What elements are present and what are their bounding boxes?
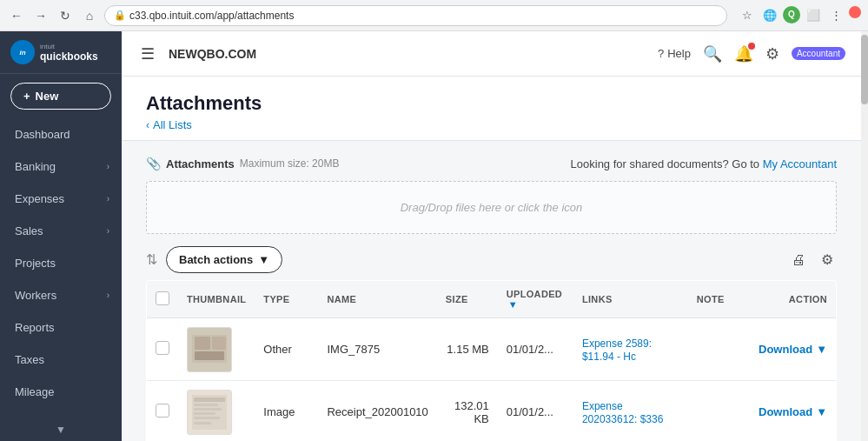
row2-checkbox[interactable] bbox=[156, 404, 169, 418]
row2-download-label: Download bbox=[759, 405, 812, 418]
sidebar-item-banking[interactable]: Banking › bbox=[0, 150, 122, 183]
sidebar-item-expenses[interactable]: Expenses › bbox=[0, 183, 122, 215]
batch-actions-button[interactable]: Batch actions ▼ bbox=[166, 246, 282, 273]
reload-button[interactable]: ↻ bbox=[56, 6, 75, 25]
url-bar[interactable]: 🔒 c33.qbo.intuit.com/app/attachments bbox=[104, 5, 727, 26]
nav-label-reports: Reports bbox=[15, 321, 55, 334]
sidebar-item-dashboard[interactable]: Dashboard bbox=[0, 118, 122, 150]
attachments-table: THUMBNAIL TYPE NAME SIZE UPLOADED ▼ LINK… bbox=[146, 280, 837, 441]
col-header-type: TYPE bbox=[255, 281, 318, 318]
row2-uploaded: 01/01/2... bbox=[507, 405, 553, 418]
scrollbar-thumb[interactable] bbox=[861, 35, 868, 104]
chevron-icon-workers: › bbox=[107, 291, 109, 300]
attachments-label-area: 📎 Attachments Maximum size: 20MB bbox=[146, 157, 339, 170]
sidebar-item-mileage[interactable]: Mileage bbox=[0, 376, 122, 408]
row2-check-cell bbox=[147, 381, 179, 442]
help-button[interactable]: ? Help bbox=[658, 47, 691, 60]
new-button[interactable]: + New bbox=[10, 83, 111, 110]
sidebar-item-projects[interactable]: Projects bbox=[0, 247, 122, 279]
row1-size-cell: 1.15 MB bbox=[437, 318, 498, 381]
row2-uploaded-cell: 01/01/2... bbox=[498, 381, 573, 442]
drop-zone-text: Drag/Drop files here or click the icon bbox=[401, 201, 583, 214]
row1-link[interactable]: Expense 2589: $11.94 - Hc bbox=[582, 337, 652, 363]
settings-table-button[interactable]: ⚙ bbox=[818, 248, 837, 271]
drop-zone[interactable]: Drag/Drop files here or click the icon bbox=[146, 181, 837, 234]
page-title: Attachments bbox=[146, 92, 837, 115]
app-container: in intuit quickbooks + New Dashboard Ban… bbox=[0, 31, 868, 441]
svg-rect-11 bbox=[194, 417, 220, 419]
col-header-uploaded[interactable]: UPLOADED ▼ bbox=[498, 281, 573, 318]
row2-download-button[interactable]: Download ▼ bbox=[759, 405, 827, 418]
notifications-button[interactable]: 🔔 bbox=[734, 44, 753, 63]
row2-thumbnail-img bbox=[188, 391, 231, 434]
table-row: Image Receipt_202001010 132.01 KB 01/01/… bbox=[147, 381, 837, 442]
nav-label-workers: Workers bbox=[15, 289, 56, 302]
row2-thumbnail bbox=[187, 390, 232, 435]
svg-rect-12 bbox=[194, 422, 211, 424]
row1-type: Other bbox=[263, 343, 292, 356]
sidebar-item-workers[interactable]: Workers › bbox=[0, 279, 122, 311]
row1-type-cell: Other bbox=[255, 318, 318, 381]
row1-download-button[interactable]: Download ▼ bbox=[759, 343, 827, 356]
header-checkbox[interactable] bbox=[156, 291, 169, 305]
sidebar-scroll-indicator: ▼ bbox=[0, 418, 122, 441]
forward-button[interactable]: → bbox=[31, 6, 50, 25]
print-button[interactable]: 🖨 bbox=[788, 249, 809, 271]
nav-label-dashboard: Dashboard bbox=[15, 128, 70, 141]
close-button[interactable] bbox=[849, 6, 861, 18]
col-header-action: ACTION bbox=[745, 281, 837, 318]
sidebar-item-taxes[interactable]: Taxes bbox=[0, 344, 122, 376]
row1-note-cell bbox=[688, 318, 745, 381]
company-name: NEWQBO.COM bbox=[169, 47, 647, 61]
home-button[interactable]: ⌂ bbox=[80, 6, 99, 25]
breadcrumb[interactable]: ‹ All Lists bbox=[146, 118, 837, 131]
row1-check-cell bbox=[147, 318, 179, 381]
qb-logo-icon: in bbox=[10, 40, 35, 64]
row1-thumbnail bbox=[187, 327, 232, 372]
top-nav-actions: ? Help 🔍 🔔 ⚙ Accountant bbox=[658, 44, 845, 63]
row1-name-cell: IMG_7875 bbox=[318, 318, 436, 381]
gear-icon: ⚙ bbox=[765, 45, 779, 63]
row1-uploaded: 01/01/2... bbox=[507, 343, 553, 356]
sidebar-nav: Dashboard Banking › Expenses › Sales › P… bbox=[0, 118, 122, 418]
svg-rect-3 bbox=[212, 337, 226, 350]
new-button-label: New bbox=[36, 90, 59, 103]
my-accountant-link[interactable]: My Accountant bbox=[763, 157, 837, 170]
hamburger-button[interactable]: ☰ bbox=[137, 41, 158, 67]
row2-link[interactable]: Expense 202033612: $336 bbox=[582, 400, 663, 425]
row1-thumbnail-cell bbox=[178, 318, 255, 381]
max-size-text: Maximum size: 20MB bbox=[240, 157, 340, 170]
col-header-note: NOTE bbox=[688, 281, 745, 318]
col-header-size: SIZE bbox=[437, 281, 498, 318]
svg-rect-7 bbox=[194, 398, 225, 402]
sort-icon[interactable]: ⇅ bbox=[146, 251, 157, 268]
settings-button[interactable]: ⚙ bbox=[765, 44, 779, 63]
looking-for-text: Looking for shared documents? Go to bbox=[571, 157, 760, 170]
logo-quickbooks: quickbooks bbox=[40, 50, 98, 63]
menu-button[interactable]: ⋮ bbox=[826, 6, 845, 25]
accountant-badge: Accountant bbox=[792, 47, 845, 60]
row2-note-cell bbox=[688, 381, 745, 442]
sidebar-item-reports[interactable]: Reports bbox=[0, 311, 122, 344]
extension1-button[interactable]: 🌐 bbox=[760, 6, 779, 25]
row1-download-chevron-icon: ▼ bbox=[816, 343, 827, 356]
row2-name: Receipt_202001010 bbox=[327, 405, 427, 418]
row2-size: 132.01 KB bbox=[454, 399, 489, 425]
breadcrumb-label: All Lists bbox=[153, 118, 192, 131]
screenshot-button[interactable]: ⬜ bbox=[804, 6, 823, 25]
search-button[interactable]: 🔍 bbox=[703, 44, 722, 63]
page-header: Attachments ‹ All Lists bbox=[122, 77, 861, 141]
bookmark-button[interactable]: ☆ bbox=[738, 6, 757, 25]
row1-checkbox[interactable] bbox=[156, 341, 169, 355]
chevron-icon-sales: › bbox=[107, 226, 109, 236]
row2-size-cell: 132.01 KB bbox=[437, 381, 498, 442]
svg-rect-8 bbox=[194, 404, 218, 406]
nav-label-taxes: Taxes bbox=[15, 353, 44, 366]
chevron-icon-banking: › bbox=[107, 162, 109, 171]
back-button[interactable]: ← bbox=[7, 6, 26, 25]
table-row: Other IMG_7875 1.15 MB 01/01/2... Expens bbox=[147, 318, 837, 381]
sidebar-item-sales[interactable]: Sales › bbox=[0, 215, 122, 247]
svg-rect-9 bbox=[194, 408, 222, 411]
row1-links-cell: Expense 2589: $11.94 - Hc bbox=[573, 318, 688, 381]
row2-type-cell: Image bbox=[255, 381, 318, 442]
